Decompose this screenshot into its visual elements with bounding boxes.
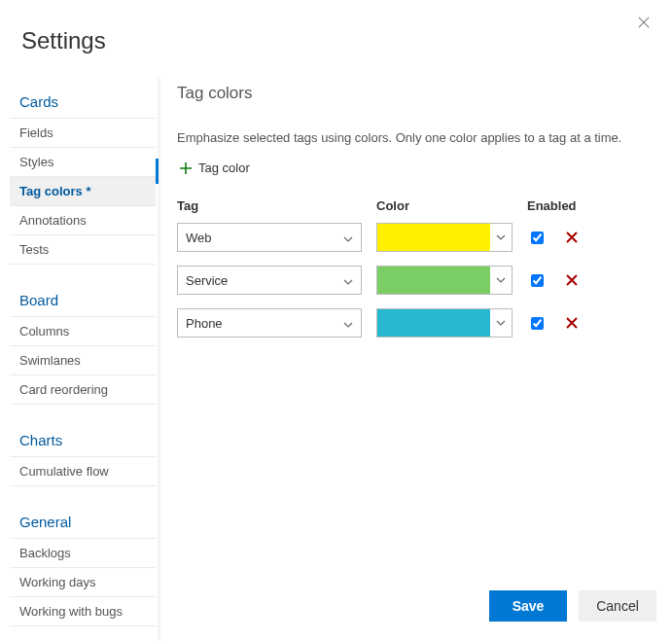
sidebar-item[interactable]: Styles: [10, 148, 156, 177]
color-swatch: [377, 224, 490, 251]
tag-select[interactable]: Phone: [177, 308, 362, 338]
save-button[interactable]: Save: [489, 590, 567, 622]
tag-color-row: Phone: [177, 308, 653, 338]
column-enabled: Enabled: [527, 198, 585, 213]
sidebar-section-header: Cards: [10, 84, 156, 119]
column-tag: Tag: [177, 198, 376, 213]
tag-select-value: Phone: [186, 316, 223, 331]
close-button[interactable]: [633, 12, 654, 37]
tag-select[interactable]: Web: [177, 223, 362, 252]
delete-row-button[interactable]: [565, 316, 579, 330]
selected-indicator: [156, 159, 159, 184]
chevron-down-icon: [490, 320, 512, 326]
sidebar-section-header: General: [10, 504, 156, 539]
sidebar-item[interactable]: Fields: [10, 119, 156, 148]
close-icon: [637, 16, 651, 29]
tag-select-value: Service: [186, 273, 228, 288]
color-select[interactable]: [376, 223, 513, 252]
sidebar-item[interactable]: Backlogs: [10, 539, 156, 568]
content-heading: Tag colors: [177, 84, 653, 103]
sidebar-item[interactable]: Tests: [10, 235, 156, 265]
add-tag-color-button[interactable]: Tag color: [177, 157, 252, 179]
tag-select-value: Web: [186, 231, 212, 245]
chevron-down-icon: [490, 277, 512, 283]
enabled-checkbox[interactable]: [531, 231, 544, 244]
page-title: Settings: [0, 0, 672, 54]
color-select[interactable]: [376, 266, 513, 295]
tag-color-row: Web: [177, 223, 653, 252]
sidebar-section-header: Board: [10, 282, 156, 317]
sidebar-item[interactable]: Cumulative flow: [10, 457, 156, 486]
chevron-down-icon: [343, 273, 353, 288]
dialog-footer: Save Cancel: [489, 590, 656, 622]
sidebar-item[interactable]: Working with bugs: [10, 597, 156, 626]
column-color: Color: [376, 198, 527, 213]
sidebar-item[interactable]: Tag colors *: [10, 177, 156, 206]
color-swatch: [377, 267, 490, 294]
sidebar-item[interactable]: Swimlanes: [10, 346, 156, 375]
cancel-button[interactable]: Cancel: [579, 590, 656, 622]
enabled-checkbox[interactable]: [531, 274, 544, 287]
chevron-down-icon: [490, 234, 512, 240]
tag-color-row: Service: [177, 266, 653, 295]
add-tag-color-label: Tag color: [198, 160, 250, 175]
color-select[interactable]: [376, 308, 513, 338]
sidebar-item[interactable]: Card reordering: [10, 375, 156, 405]
main-content: Tag colors Emphasize selected tags using…: [156, 84, 672, 626]
sidebar-item[interactable]: Columns: [10, 317, 156, 346]
delete-row-button[interactable]: [565, 273, 579, 287]
color-swatch: [377, 309, 490, 337]
sidebar-item[interactable]: Annotations: [10, 206, 156, 235]
chevron-down-icon: [343, 316, 353, 331]
delete-row-button[interactable]: [565, 231, 579, 244]
sidebar: CardsFieldsStylesTag colors *Annotations…: [0, 84, 156, 626]
tag-select[interactable]: Service: [177, 266, 362, 295]
enabled-checkbox[interactable]: [531, 317, 544, 330]
plus-icon: [179, 161, 193, 175]
chevron-down-icon: [343, 231, 353, 245]
sidebar-section-header: Charts: [10, 422, 156, 457]
column-headers: Tag Color Enabled: [177, 198, 653, 223]
sidebar-item[interactable]: Working days: [10, 568, 156, 597]
content-description: Emphasize selected tags using colors. On…: [177, 130, 653, 145]
